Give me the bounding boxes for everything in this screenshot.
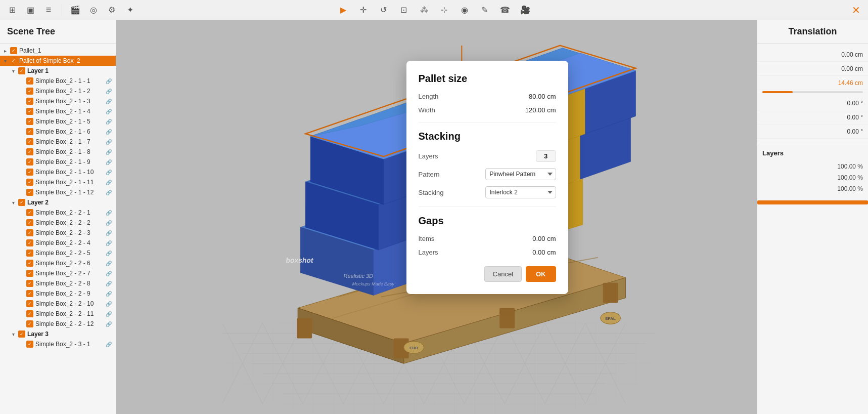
settings-icon[interactable]: ⚙ bbox=[105, 3, 119, 17]
move-tool[interactable]: ✛ bbox=[356, 3, 371, 17]
tree-item-box-1-12[interactable]: Simple Box_2 - 1 - 12🔗 bbox=[0, 187, 116, 197]
tree-item-box-2-6[interactable]: Simple Box_2 - 2 - 6🔗 bbox=[0, 258, 116, 268]
target-icon[interactable]: ◎ bbox=[86, 3, 101, 17]
tree-item-box-1-11[interactable]: Simple Box_2 - 1 - 11🔗 bbox=[0, 177, 116, 187]
expand-arrow[interactable]: ▾ bbox=[12, 200, 18, 205]
link-icon[interactable]: 🔗 bbox=[106, 230, 112, 236]
link-icon[interactable]: 🔗 bbox=[106, 180, 112, 185]
tree-item-box-1-2[interactable]: Simple Box_2 - 1 - 2🔗 bbox=[0, 86, 116, 96]
viewport[interactable]: EUR EPAL bbox=[116, 20, 757, 414]
link-icon[interactable]: 🔗 bbox=[106, 240, 112, 246]
checkbox-box-1-2[interactable] bbox=[26, 88, 33, 95]
link-icon[interactable]: 🔗 bbox=[106, 251, 112, 256]
checkbox-layer2[interactable] bbox=[18, 199, 25, 206]
link-icon[interactable]: 🔗 bbox=[106, 342, 112, 347]
link-icon[interactable]: 🔗 bbox=[106, 159, 112, 165]
link-icon[interactable]: 🔗 bbox=[106, 281, 112, 286]
link-icon[interactable]: 🔗 bbox=[106, 78, 112, 84]
tree-item-box-1-6[interactable]: Simple Box_2 - 1 - 6🔗 bbox=[0, 127, 116, 137]
checkbox-box-2-6[interactable] bbox=[26, 260, 33, 267]
video-tool[interactable]: 🎥 bbox=[518, 3, 532, 17]
scene-tree-content[interactable]: ▸Pallet_1▾Pallet of Simple Box_2▾Layer 1… bbox=[0, 44, 116, 414]
checkbox-box-2-4[interactable] bbox=[26, 239, 33, 246]
checkbox-box-2-5[interactable] bbox=[26, 250, 33, 257]
tree-item-box-2-5[interactable]: Simple Box_2 - 2 - 5🔗 bbox=[0, 248, 116, 258]
checkbox-box-1-5[interactable] bbox=[26, 118, 33, 125]
link-icon[interactable]: 🔗 bbox=[106, 89, 112, 94]
link-icon[interactable]: 🔗 bbox=[106, 190, 112, 195]
tree-item-layer2[interactable]: ▾Layer 2 bbox=[0, 197, 116, 208]
tree-item-box-1-9[interactable]: Simple Box_2 - 1 - 9🔗 bbox=[0, 157, 116, 167]
tree-item-box-2-8[interactable]: Simple Box_2 - 2 - 8🔗 bbox=[0, 278, 116, 288]
checkbox-box-1-6[interactable] bbox=[26, 128, 33, 135]
checkbox-box-1-12[interactable] bbox=[26, 189, 33, 196]
tree-item-box-1-7[interactable]: Simple Box_2 - 1 - 7🔗 bbox=[0, 137, 116, 147]
tree-item-box-2-7[interactable]: Simple Box_2 - 2 - 7🔗 bbox=[0, 268, 116, 278]
checkbox-box-2-12[interactable] bbox=[26, 320, 33, 327]
tree-item-box-2-11[interactable]: Simple Box_2 - 2 - 11🔗 bbox=[0, 309, 116, 319]
checkbox-box-1-4[interactable] bbox=[26, 108, 33, 115]
z-slider-row[interactable] bbox=[757, 90, 868, 96]
sun-icon[interactable]: ✦ bbox=[123, 3, 137, 17]
checkbox-box-1-10[interactable] bbox=[26, 169, 33, 176]
tree-item-box-1-3[interactable]: Simple Box_2 - 1 - 3🔗 bbox=[0, 96, 116, 106]
tree-item-box-2-4[interactable]: Simple Box_2 - 2 - 4🔗 bbox=[0, 238, 116, 248]
expand-arrow[interactable]: ▾ bbox=[4, 58, 10, 64]
checkbox-box-2-9[interactable] bbox=[26, 290, 33, 297]
checkbox-box-1-9[interactable] bbox=[26, 158, 33, 165]
checkbox-box-1-7[interactable] bbox=[26, 138, 33, 145]
checkbox-pallet1[interactable] bbox=[10, 47, 17, 54]
undo-tool[interactable]: ↺ bbox=[377, 3, 391, 17]
link-icon[interactable]: 🔗 bbox=[106, 291, 112, 297]
tree-item-pallet1[interactable]: ▸Pallet_1 bbox=[0, 46, 116, 56]
link-icon[interactable]: 🔗 bbox=[106, 311, 112, 317]
phone-tool[interactable]: ☎ bbox=[498, 3, 512, 17]
expand-arrow[interactable]: ▾ bbox=[12, 332, 18, 337]
link-icon[interactable]: 🔗 bbox=[106, 119, 112, 125]
link-icon[interactable]: 🔗 bbox=[106, 170, 112, 175]
expand-arrow[interactable]: ▾ bbox=[12, 68, 18, 74]
link-icon[interactable]: 🔗 bbox=[106, 139, 112, 145]
link-icon[interactable]: 🔗 bbox=[106, 261, 112, 266]
sphere-tool[interactable]: ◉ bbox=[458, 3, 472, 17]
edit-tool[interactable]: ✎ bbox=[478, 3, 492, 17]
tree-item-layer3[interactable]: ▾Layer 3 bbox=[0, 329, 116, 339]
checkbox-box-2-1[interactable] bbox=[26, 209, 33, 216]
layout-icon[interactable]: ▣ bbox=[23, 3, 37, 17]
stacking-select[interactable]: Interlock 2 Interlock 1 None bbox=[485, 186, 556, 198]
tree-item-pallet2[interactable]: ▾Pallet of Simple Box_2 bbox=[0, 56, 116, 66]
tree-item-box-2-9[interactable]: Simple Box_2 - 2 - 9🔗 bbox=[0, 288, 116, 299]
checkbox-box-2-11[interactable] bbox=[26, 310, 33, 317]
tree-item-box-3-1[interactable]: Simple Box_2 - 3 - 1🔗 bbox=[0, 339, 116, 349]
link-icon[interactable]: 🔗 bbox=[106, 271, 112, 276]
link-icon[interactable]: 🔗 bbox=[106, 301, 112, 307]
link-icon[interactable]: 🔗 bbox=[106, 99, 112, 104]
ok-button[interactable]: OK bbox=[526, 266, 556, 282]
checkbox-layer3[interactable] bbox=[18, 330, 25, 338]
checkbox-box-2-10[interactable] bbox=[26, 300, 33, 307]
tree-item-box-2-10[interactable]: Simple Box_2 - 2 - 10🔗 bbox=[0, 299, 116, 309]
pattern-select[interactable]: Pinwheel Pattern Row Pattern Column Patt… bbox=[485, 168, 556, 180]
tree-item-box-2-3[interactable]: Simple Box_2 - 2 - 3🔗 bbox=[0, 228, 116, 238]
tree-item-box-1-10[interactable]: Simple Box_2 - 1 - 10🔗 bbox=[0, 167, 116, 177]
arrange-tool[interactable]: ⊹ bbox=[437, 3, 451, 17]
close-icon[interactable]: ✕ bbox=[849, 3, 863, 17]
screen-tool[interactable]: ⊡ bbox=[397, 3, 411, 17]
z-slider-track[interactable] bbox=[762, 91, 863, 93]
checkbox-pallet2[interactable] bbox=[10, 57, 17, 64]
link-icon[interactable]: 🔗 bbox=[106, 220, 112, 226]
tree-item-box-2-1[interactable]: Simple Box_2 - 2 - 1🔗 bbox=[0, 208, 116, 218]
tree-item-box-1-1[interactable]: Simple Box_2 - 1 - 1🔗 bbox=[0, 76, 116, 86]
checkbox-box-1-11[interactable] bbox=[26, 179, 33, 186]
tree-item-box-1-8[interactable]: Simple Box_2 - 1 - 8🔗 bbox=[0, 147, 116, 157]
link-icon[interactable]: 🔗 bbox=[106, 109, 112, 114]
tree-item-box-1-5[interactable]: Simple Box_2 - 1 - 5🔗 bbox=[0, 116, 116, 127]
scatter-tool[interactable]: ⁂ bbox=[417, 3, 431, 17]
link-icon[interactable]: 🔗 bbox=[106, 210, 112, 216]
tree-item-box-2-12[interactable]: Simple Box_2 - 2 - 12🔗 bbox=[0, 319, 116, 329]
link-icon[interactable]: 🔗 bbox=[106, 321, 112, 327]
checkbox-box-3-1[interactable] bbox=[26, 341, 33, 348]
tree-item-box-1-4[interactable]: Simple Box_2 - 1 - 4🔗 bbox=[0, 106, 116, 116]
checkbox-box-2-2[interactable] bbox=[26, 219, 33, 226]
checkbox-box-2-3[interactable] bbox=[26, 229, 33, 236]
